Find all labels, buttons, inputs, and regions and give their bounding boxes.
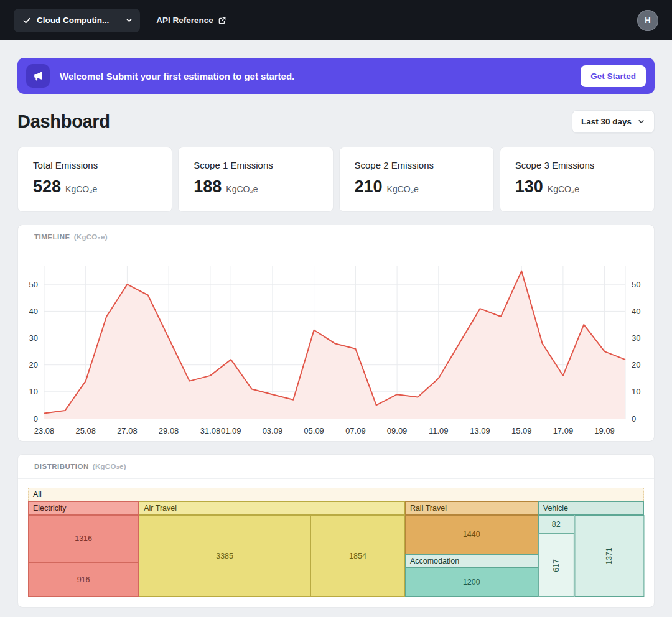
svg-text:40: 40 — [632, 307, 640, 316]
timeline-chart[interactable]: 001010202030304040505023.0825.0827.0829.… — [18, 258, 654, 440]
project-dropdown-button[interactable] — [118, 9, 140, 32]
stat-card-total-emissions: Total Emissions 528KgCO₂e — [17, 147, 172, 212]
treemap-section-accomodation: Accomodation1200 — [405, 554, 538, 597]
external-link-icon — [218, 16, 226, 25]
svg-text:13.09: 13.09 — [470, 426, 490, 435]
svg-text:23.08: 23.08 — [34, 426, 55, 435]
distribution-card: DISTRIBUTION (KgCO₂e) All Electricity131… — [17, 454, 655, 608]
distribution-unit: (KgCO₂e) — [93, 463, 126, 470]
treemap-section-body: 33851854 — [139, 515, 405, 597]
svg-text:30: 30 — [29, 333, 38, 343]
distribution-card-header: DISTRIBUTION (KgCO₂e) — [18, 455, 654, 479]
stat-unit: KgCO₂e — [387, 184, 419, 194]
treemap-section-air-travel: Air Travel33851854 — [139, 501, 405, 597]
treemap-section-electricity: Electricity1316916 — [28, 501, 139, 597]
treemap-cell-rail-travel-1440[interactable]: 1440 — [405, 515, 538, 554]
svg-text:0: 0 — [34, 414, 38, 424]
treemap-header-accomodation[interactable]: Accomodation — [405, 554, 538, 568]
treemap-header-electricity[interactable]: Electricity — [28, 501, 139, 515]
announcement-icon — [26, 64, 50, 88]
treemap-group: Electricity1316916 — [28, 501, 139, 597]
treemap-section-body: 1200 — [405, 568, 538, 597]
svg-text:07.09: 07.09 — [345, 426, 366, 435]
treemap-section-vehicle: Vehicle826171371 — [538, 501, 644, 597]
timeline-card-header: TIMELINE (KgCO₂e) — [18, 225, 654, 249]
treemap-cell-vehicle-82[interactable]: 82 — [538, 515, 574, 534]
treemap-cell-air-travel-1854[interactable]: 1854 — [310, 515, 405, 597]
distribution-treemap: All Electricity1316916Air Travel33851854… — [18, 479, 654, 607]
timeline-title: TIMELINE — [34, 233, 70, 241]
stat-label: Scope 2 Emissions — [355, 160, 478, 170]
treemap-cell-electricity-916[interactable]: 916 — [28, 562, 139, 597]
timeline-chart-body: 001010202030304040505023.0825.0827.0829.… — [18, 249, 654, 441]
treemap-cell-vehicle-617[interactable]: 617 — [538, 534, 574, 597]
treemap-column: 1316916 — [28, 515, 139, 597]
date-range-selector[interactable]: Last 30 days — [572, 110, 655, 133]
stat-value: 528 — [33, 177, 61, 196]
treemap-header-vehicle[interactable]: Vehicle — [538, 501, 644, 515]
stat-label: Scope 3 Emissions — [515, 160, 639, 170]
svg-text:31.08: 31.08 — [200, 426, 221, 435]
avatar[interactable]: H — [637, 10, 658, 31]
treemap-header-rail-travel[interactable]: Rail Travel — [405, 501, 538, 515]
stat-card-scope1-emissions: Scope 1 Emissions 188KgCO₂e — [178, 147, 333, 212]
api-reference-label: API Reference — [156, 16, 213, 25]
treemap-column: 1200 — [405, 568, 538, 597]
distribution-title: DISTRIBUTION — [34, 463, 89, 470]
svg-text:25.08: 25.08 — [75, 426, 96, 435]
get-started-button[interactable]: Get Started — [581, 65, 646, 87]
treemap-cell-vehicle-1371[interactable]: 1371 — [574, 515, 644, 597]
project-selector-button[interactable]: Cloud Computin... — [14, 9, 118, 32]
topbar: Cloud Computin... API Reference H — [0, 0, 672, 40]
svg-text:09.09: 09.09 — [387, 426, 408, 435]
stat-value: 188 — [194, 177, 222, 196]
treemap-header-air-travel[interactable]: Air Travel — [139, 501, 405, 515]
welcome-banner: Welcome! Submit your first estimation to… — [17, 58, 655, 94]
svg-text:10: 10 — [29, 387, 38, 396]
stats-row: Total Emissions 528KgCO₂e Scope 1 Emissi… — [17, 147, 655, 212]
treemap-section-body: 1440 — [405, 515, 538, 554]
stat-unit: KgCO₂e — [226, 184, 258, 194]
svg-text:40: 40 — [29, 307, 38, 316]
stat-value: 130 — [515, 177, 543, 196]
treemap-column: 1371 — [574, 515, 644, 597]
svg-text:20: 20 — [632, 360, 640, 369]
treemap-group: Vehicle826171371 — [538, 501, 644, 597]
svg-text:0: 0 — [632, 414, 636, 424]
banner-message: Welcome! Submit your first estimation to… — [60, 71, 294, 81]
svg-text:03.09: 03.09 — [263, 426, 283, 435]
stat-label: Total Emissions — [33, 160, 157, 170]
treemap-column: 1440 — [405, 515, 538, 554]
svg-text:05.09: 05.09 — [304, 426, 324, 435]
date-range-label: Last 30 days — [581, 117, 632, 126]
chevron-down-icon — [125, 16, 133, 24]
svg-text:17.09: 17.09 — [553, 426, 574, 435]
svg-text:01.09: 01.09 — [221, 426, 241, 435]
svg-text:19.09: 19.09 — [594, 426, 615, 435]
svg-text:50: 50 — [29, 280, 38, 289]
treemap-cell-air-travel-3385[interactable]: 3385 — [139, 515, 310, 597]
treemap-section-rail-travel: Rail Travel1440 — [405, 501, 538, 554]
svg-text:27.08: 27.08 — [117, 426, 138, 435]
stat-card-scope3-emissions: Scope 3 Emissions 130KgCO₂e — [500, 147, 655, 212]
svg-text:30: 30 — [632, 333, 640, 343]
stat-value: 210 — [355, 177, 383, 196]
page-header: Dashboard Last 30 days — [17, 110, 655, 133]
treemap-cell-accomodation-1200[interactable]: 1200 — [405, 568, 538, 597]
chevron-down-icon — [637, 118, 645, 126]
stat-unit: KgCO₂e — [548, 184, 579, 194]
svg-text:10: 10 — [632, 387, 640, 396]
stat-label: Scope 1 Emissions — [194, 160, 317, 170]
check-icon — [22, 16, 31, 25]
treemap-column: 3385 — [139, 515, 310, 597]
stat-card-scope2-emissions: Scope 2 Emissions 210KgCO₂e — [339, 147, 494, 212]
treemap-column: 1854 — [310, 515, 405, 597]
svg-text:11.09: 11.09 — [429, 426, 449, 435]
treemap-cell-electricity-1316[interactable]: 1316 — [28, 515, 139, 562]
svg-text:29.08: 29.08 — [159, 426, 179, 435]
treemap-section-body: 1316916 — [28, 515, 139, 597]
treemap-group: Rail Travel1440Accomodation1200 — [405, 501, 538, 597]
api-reference-link[interactable]: API Reference — [156, 16, 226, 25]
svg-text:20: 20 — [29, 360, 38, 369]
treemap-breadcrumb-all[interactable]: All — [28, 488, 644, 501]
